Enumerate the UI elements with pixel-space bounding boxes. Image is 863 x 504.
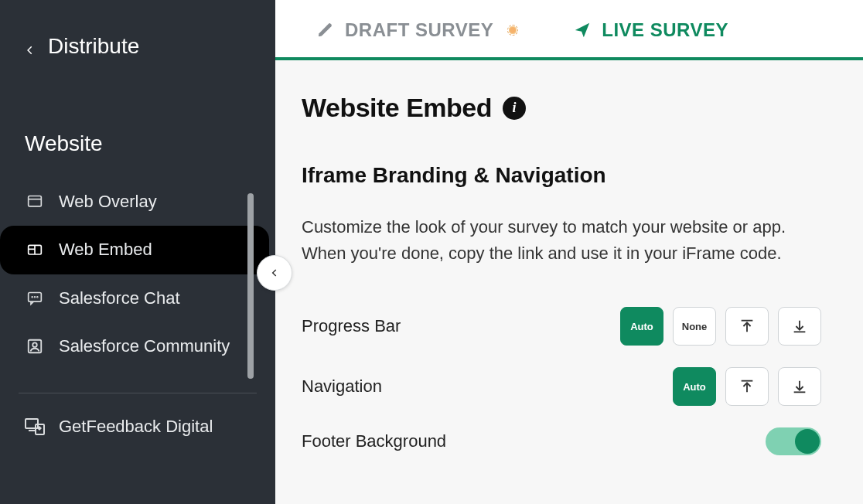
navigation-options: Auto — [673, 367, 821, 406]
tab-label: LIVE SURVEY — [602, 19, 728, 41]
svg-point-7 — [35, 297, 36, 298]
info-icon[interactable]: i — [503, 97, 526, 120]
chevron-left-icon — [25, 41, 36, 52]
svg-point-6 — [32, 297, 32, 298]
tab-active-underline — [275, 57, 863, 60]
chat-icon — [25, 290, 45, 307]
overlay-icon — [25, 193, 45, 210]
navigation-top-button[interactable] — [725, 367, 769, 406]
pencil-icon — [317, 22, 334, 39]
tab-label: DRAFT SURVEY — [345, 19, 493, 41]
collapse-sidebar-button[interactable] — [257, 255, 292, 291]
progress-bar-bottom-button[interactable] — [778, 307, 821, 346]
sidebar-item-label: Web Embed — [59, 240, 152, 260]
sidebar-item-salesforce-chat[interactable]: Salesforce Chat — [0, 274, 269, 322]
setting-label: Progress Bar — [302, 316, 401, 336]
sidebar-item-web-overlay[interactable]: Web Overlay — [0, 178, 269, 226]
sidebar-item-label: Salesforce Chat — [59, 288, 180, 308]
paper-plane-icon — [574, 22, 591, 39]
sidebar-nav: Web Overlay Web Embed Salesforce Chat Sa… — [0, 178, 275, 371]
sidebar-item-label: GetFeedback Digital — [59, 417, 213, 437]
sidebar-section-title: Website — [0, 131, 275, 156]
sidebar: Distribute Website Web Overlay Web Embed — [0, 0, 275, 504]
svg-point-8 — [37, 297, 38, 298]
progress-bar-top-button[interactable] — [725, 307, 769, 346]
digital-icon — [25, 418, 45, 435]
setting-label: Footer Background — [302, 431, 446, 451]
setting-progress-bar: Progress Bar Auto None — [302, 307, 821, 346]
sidebar-item-label: Salesforce Community — [59, 336, 230, 356]
draft-indicator-icon — [507, 25, 518, 36]
sidebar-item-web-embed[interactable]: Web Embed — [0, 226, 269, 274]
progress-bar-auto-button[interactable]: Auto — [620, 307, 663, 346]
setting-navigation: Navigation Auto — [302, 367, 821, 406]
navigation-bottom-button[interactable] — [778, 367, 821, 406]
sidebar-scrollbar[interactable] — [247, 193, 254, 379]
section-description: Customize the look of your survey to mat… — [302, 214, 796, 267]
svg-point-10 — [32, 343, 37, 348]
page-title: Website Embed — [302, 93, 492, 123]
sidebar-item-getfeedback-digital[interactable]: GetFeedback Digital — [0, 403, 269, 451]
sidebar-divider — [19, 393, 257, 393]
setting-footer-background: Footer Background — [302, 427, 821, 455]
content: Website Embed i Iframe Branding & Naviga… — [275, 60, 863, 477]
progress-bar-options: Auto None — [620, 307, 821, 346]
footer-background-toggle[interactable] — [766, 427, 821, 455]
main: DRAFT SURVEY LIVE SURVEY Website Embed i… — [275, 0, 863, 504]
setting-label: Navigation — [302, 376, 382, 397]
community-icon — [25, 338, 45, 355]
sidebar-item-label: Web Overlay — [59, 192, 157, 212]
sidebar-back-label: Distribute — [48, 34, 139, 59]
sidebar-item-salesforce-community[interactable]: Salesforce Community — [0, 322, 269, 370]
section-heading: Iframe Branding & Navigation — [302, 163, 821, 188]
survey-tabs: DRAFT SURVEY LIVE SURVEY — [275, 0, 863, 60]
tab-draft-survey[interactable]: DRAFT SURVEY — [317, 19, 518, 41]
svg-rect-0 — [29, 196, 42, 206]
sidebar-back[interactable]: Distribute — [0, 0, 275, 93]
tab-live-survey[interactable]: LIVE SURVEY — [574, 19, 728, 41]
progress-bar-none-button[interactable]: None — [673, 307, 716, 346]
embed-icon — [25, 242, 45, 259]
toggle-knob — [795, 429, 820, 454]
navigation-auto-button[interactable]: Auto — [673, 367, 716, 406]
